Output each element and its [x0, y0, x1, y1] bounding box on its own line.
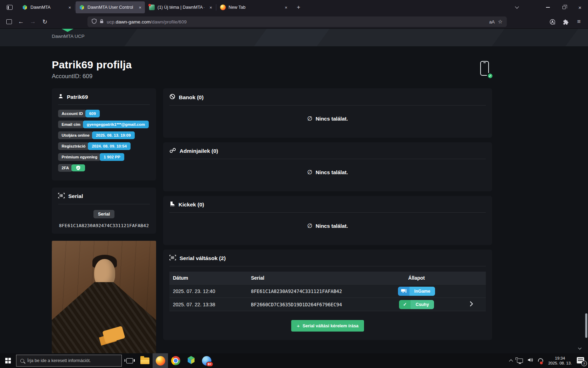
- firefox-view-button[interactable]: [4, 2, 15, 13]
- file-explorer-button[interactable]: [137, 353, 153, 368]
- serial-change-request-button[interactable]: + Serial váltási kérelem írása: [291, 320, 364, 332]
- table-header-row: Dátum Serial Állapot: [169, 272, 486, 284]
- account-icon[interactable]: [547, 16, 558, 27]
- forward-button[interactable]: →: [27, 16, 38, 27]
- menu-hamburger-icon[interactable]: ≡: [573, 16, 584, 27]
- empty-set-icon: ∅: [307, 115, 313, 122]
- task-view-icon: [126, 358, 133, 363]
- tab-close-icon[interactable]: ×: [285, 5, 287, 10]
- new-tab-button[interactable]: +: [293, 2, 304, 13]
- account-id-subtitle: AccountID: 609: [52, 73, 544, 80]
- volume-icon[interactable]: [527, 357, 533, 364]
- monitor-icon: [398, 287, 410, 296]
- tab-title: DawnMTA: [30, 5, 63, 10]
- search-icon: [20, 359, 24, 363]
- plus-icon: +: [297, 323, 300, 329]
- ban-icon: [169, 94, 175, 101]
- network-icon[interactable]: [517, 359, 523, 363]
- site-logo-text[interactable]: DawnMTA UCP: [52, 34, 85, 39]
- cell-serial: 8FE61C1A8230A92474C331121FAFAB42: [251, 288, 376, 294]
- taskbar-clock[interactable]: 19:34 2025. 08. 13.: [548, 356, 572, 366]
- tab-separator: [75, 4, 75, 11]
- profile-field-premium-balance: Prémium egyenleg 1 902 PP: [58, 153, 150, 161]
- notification-count-badge: 7: [581, 361, 587, 366]
- search-input[interactable]: [27, 358, 115, 363]
- serial-value: 8FE61C1A8230A92474C331121FAFAB42: [58, 223, 150, 228]
- check-icon: ✓: [399, 300, 411, 309]
- header-decoration: [249, 29, 332, 46]
- tab-ucp-active[interactable]: DawnMTA User Control Panel ×: [76, 1, 145, 13]
- row-expand-chevron-icon[interactable]: [470, 301, 473, 308]
- serial-changes-card: Serial váltások (2) Dátum Serial Állapot…: [163, 250, 492, 340]
- chrome-taskbar-button[interactable]: [168, 353, 183, 368]
- column-header-date: Dátum: [169, 275, 251, 281]
- barcode-icon: [169, 255, 176, 262]
- site-logo-icon[interactable]: [62, 29, 74, 32]
- recording-indicator-icon[interactable]: [537, 357, 544, 364]
- table-row[interactable]: 2025. 07. 23. 12:40 8FE61C1A8230A92474C3…: [169, 284, 486, 298]
- forum-favicon-icon: [149, 5, 155, 10]
- windows-logo-icon: [5, 358, 11, 364]
- tab-new-tab[interactable]: New Tab ×: [217, 1, 291, 13]
- url-bar[interactable]: ucp.dawn-game.com/dawn/profile/609 aA ☆: [88, 16, 507, 27]
- 2fa-shield-check-icon: [71, 164, 85, 171]
- system-tray: 19:34 2025. 08. 13. 7: [510, 353, 586, 368]
- tab-list-chevron-icon[interactable]: [511, 2, 523, 13]
- sidebar-toggle-icon[interactable]: [4, 16, 15, 27]
- task-view-button[interactable]: [122, 353, 137, 368]
- tab-dawnmta[interactable]: DawnMTA ×: [19, 1, 75, 13]
- restore-button[interactable]: [556, 0, 572, 15]
- tab-forum[interactable]: (1) Új téma | DawnMTA - Fórum ×: [146, 1, 216, 13]
- close-button[interactable]: ×: [572, 0, 588, 15]
- url-text: ucp.dawn-game.com/dawn/profile/609: [107, 19, 486, 25]
- firefox-taskbar-button[interactable]: [153, 353, 168, 368]
- scrollbar-thumb[interactable]: [585, 313, 587, 338]
- minimize-button[interactable]: [540, 0, 556, 15]
- page-title: Patrik69 profilja: [52, 59, 544, 71]
- cell-date: 2025. 07. 22. 13:38: [169, 302, 251, 307]
- reload-button[interactable]: ↻: [39, 16, 50, 27]
- clock-time: 19:34: [548, 356, 572, 361]
- tab-close-icon[interactable]: ×: [139, 5, 141, 10]
- messenger-app-button[interactable]: 9+: [199, 353, 214, 368]
- tracking-shield-icon[interactable]: [92, 19, 97, 25]
- user-icon: [58, 94, 63, 100]
- tab-close-icon[interactable]: ×: [209, 5, 212, 10]
- firefox-icon: [156, 356, 165, 366]
- taskbar-search[interactable]: [16, 355, 122, 367]
- back-button[interactable]: ←: [15, 16, 27, 27]
- profile-field-registration: Regisztráció 2024. 08. 09. 10:54: [58, 142, 150, 150]
- empty-set-icon: ∅: [307, 223, 313, 229]
- boot-icon: [169, 201, 175, 208]
- kicks-card-title: Kickek (0): [178, 202, 204, 208]
- tray-expand-chevron-icon[interactable]: [509, 359, 513, 363]
- profile-card: Patrik69 Account ID 609 Email cím gyenge…: [52, 88, 156, 180]
- dawnmta-app-button[interactable]: [183, 353, 199, 368]
- translate-icon[interactable]: aA: [489, 19, 495, 25]
- kicks-empty-state: ∅Nincs találat.: [169, 213, 486, 239]
- bans-empty-state: ∅Nincs találat.: [169, 105, 486, 132]
- serial-card-title: Serial: [68, 193, 83, 199]
- header-decoration: [487, 29, 581, 46]
- table-row[interactable]: 2025. 07. 22. 13:38 BF2660CD7C3635D19D1D…: [169, 298, 486, 311]
- scroll-down-icon[interactable]: [579, 344, 581, 350]
- bookmark-star-icon[interactable]: ☆: [498, 19, 503, 25]
- status-badge-ingame: InGame: [398, 287, 435, 296]
- empty-set-icon: ∅: [307, 169, 313, 176]
- site-header: DawnMTA UCP: [0, 29, 588, 46]
- extensions-puzzle-icon[interactable]: [560, 16, 571, 27]
- action-center-button[interactable]: 7: [577, 356, 586, 365]
- profile-field-email: Email cím gyengegpatrik1***@gmail.com: [58, 121, 150, 128]
- chrome-icon: [171, 356, 180, 365]
- bans-card-title: Banok (0): [179, 94, 204, 101]
- profile-field-2fa: 2FA: [58, 164, 150, 172]
- status-badge-approved: ✓ Csuhy: [399, 300, 434, 309]
- adminjails-card-title: Adminjailek (0): [180, 148, 218, 154]
- column-header-serial: Serial: [251, 275, 376, 281]
- dawnmta-favicon-icon: [79, 5, 85, 10]
- tab-close-icon[interactable]: ×: [68, 5, 71, 10]
- cell-serial: BF2660CD7C3635D19D1D264F6796EC94: [251, 302, 376, 307]
- page-viewport: DawnMTA UCP ✓ Patrik69 profilja AccountI…: [0, 29, 588, 353]
- profile-screenshot-image: [52, 241, 156, 353]
- start-button[interactable]: [0, 353, 16, 368]
